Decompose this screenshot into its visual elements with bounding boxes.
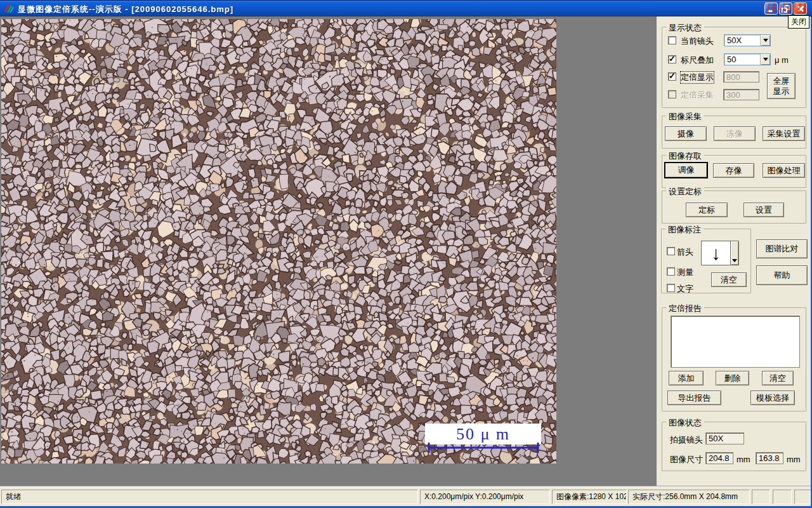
fixed-display-checkbox[interactable] <box>668 72 676 81</box>
status-actual-size: 实际尺寸:256.0mm X 204.8mm <box>628 490 750 504</box>
image-width-value: 204.8 <box>705 452 733 464</box>
group-image-storage: 图像存取 调像 存像 图像处理 <box>662 155 806 188</box>
group-annotation: 图像标注 箭头 ↓ 测量 清空 文字 <box>661 229 751 293</box>
scale-overlay-checkbox[interactable] <box>668 55 676 64</box>
fixed-capture-label: 定倍采集 <box>681 90 714 101</box>
capture-button[interactable]: 摄像 <box>665 126 707 141</box>
group-report: 定倍报告 添加 删除 清空 导出报告 模板选择 <box>662 307 806 411</box>
fullscreen-button[interactable]: 全屏 显示 <box>767 73 796 99</box>
group-display-status-title: 显示状态 <box>666 22 704 34</box>
scale-unit-label: μ m <box>775 55 789 65</box>
status-pixel-scale: X:0.200μm/pix Y:0.200μm/pix <box>420 490 550 504</box>
text-annotation-checkbox[interactable] <box>667 284 675 292</box>
group-image-storage-title: 图像存取 <box>666 150 704 162</box>
group-calibration: 设置定标 定标 设置 <box>662 190 806 224</box>
dropdown-button[interactable] <box>731 241 739 265</box>
freeze-button[interactable]: 冻像 <box>714 126 756 141</box>
image-height-unit: mm <box>787 455 801 464</box>
annotation-arrow-icon: ↓ <box>701 241 731 265</box>
group-image-capture: 图像采集 摄像 冻像 采集设置 <box>662 116 806 149</box>
save-image-button[interactable]: 存像 <box>713 163 754 178</box>
capture-settings-button[interactable]: 采集设置 <box>763 126 805 141</box>
image-size-label: 图像尺寸 <box>670 454 703 465</box>
group-calibration-title: 设置定标 <box>666 186 704 197</box>
group-annotation-title: 图像标注 <box>665 224 704 236</box>
scalebar-label-box: 50 μ m <box>425 424 541 444</box>
text-annotation-label: 文字 <box>677 283 693 295</box>
report-add-button[interactable]: 添加 <box>669 371 704 385</box>
current-lens-combobox[interactable]: 50X <box>724 34 771 46</box>
settings-button[interactable]: 设置 <box>743 203 784 217</box>
group-image-status-title: 图像状态 <box>666 417 704 429</box>
shooting-lens-value: 50X <box>705 432 744 444</box>
dropdown-arrow-icon <box>732 259 737 262</box>
image-height-value: 163.8 <box>756 452 783 464</box>
control-panel: 显示状态 当前镜头 50X 标尺叠加 50 μ m 定倍显示 800 定倍采集 … <box>657 17 812 486</box>
micrograph-image[interactable] <box>1 19 556 464</box>
status-empty-3 <box>794 490 811 504</box>
measure-annotation-checkbox[interactable] <box>667 267 675 276</box>
minimize-button[interactable] <box>764 3 778 15</box>
group-report-title: 定倍报告 <box>666 303 704 314</box>
fixed-capture-checkbox[interactable] <box>668 90 676 98</box>
close-button[interactable] <box>794 3 807 15</box>
report-delete-button[interactable]: 删除 <box>716 371 749 385</box>
fixed-display-input[interactable]: 800 <box>723 71 759 83</box>
atlas-compare-button[interactable]: 图谱比对 <box>756 239 808 258</box>
calibrate-button[interactable]: 定标 <box>686 203 728 217</box>
dropdown-arrow-icon <box>763 58 768 61</box>
close-icon <box>794 3 806 14</box>
group-image-capture-title: 图像采集 <box>666 111 704 123</box>
report-listbox[interactable] <box>671 316 800 368</box>
fixed-capture-input[interactable]: 300 <box>723 89 759 100</box>
status-bar: 就绪 X:0.200μm/pix Y:0.200μm/pix 图像像素:1280… <box>0 486 812 506</box>
help-button[interactable]: 帮助 <box>756 265 808 285</box>
image-width-unit: mm <box>737 455 750 464</box>
shooting-lens-label: 拍摄镜头 <box>670 434 703 446</box>
close-tooltip: 关闭 <box>788 15 809 29</box>
scalebar-line <box>427 443 540 453</box>
current-lens-label: 当前镜头 <box>681 36 714 47</box>
dropdown-button[interactable] <box>760 54 770 65</box>
window-title: 显微图像定倍系统--演示版 - [20090602055646.bmp] <box>18 4 233 15</box>
image-process-button[interactable]: 图像处理 <box>763 163 805 178</box>
status-empty-2 <box>773 490 792 504</box>
minimize-icon <box>768 10 773 12</box>
current-lens-checkbox[interactable] <box>668 36 676 44</box>
title-bar: 显微图像定倍系统--演示版 - [20090602055646.bmp] <box>0 0 812 17</box>
scale-overlay-label: 标尺叠加 <box>681 55 714 66</box>
export-report-button[interactable]: 导出报告 <box>667 391 721 405</box>
group-display-status: 显示状态 当前镜头 50X 标尺叠加 50 μ m 定倍显示 800 定倍采集 … <box>662 27 806 108</box>
arrow-annotation-label: 箭头 <box>677 246 693 258</box>
load-image-button[interactable]: 调像 <box>664 162 708 178</box>
status-image-pixels: 图像像素:1280 X 1024 <box>552 490 627 504</box>
arrow-annotation-checkbox[interactable] <box>667 247 675 255</box>
fixed-display-label: 定倍显示 <box>681 72 714 83</box>
status-ready: 就绪 <box>1 490 418 504</box>
app-icon <box>4 4 14 14</box>
scalebar-text: 50 μ m <box>456 425 510 444</box>
group-image-status: 图像状态 拍摄镜头 50X 图像尺寸 204.8 mm 163.8 mm <box>662 422 806 471</box>
restore-button[interactable] <box>779 3 792 15</box>
dropdown-arrow-icon <box>763 39 768 42</box>
clear-annotation-button[interactable]: 清空 <box>711 272 747 287</box>
application-window: 显微图像定倍系统--演示版 - [20090602055646.bmp] 关闭 … <box>0 0 812 508</box>
report-clear-button[interactable]: 清空 <box>762 371 794 385</box>
template-select-button[interactable]: 模板选择 <box>750 391 795 405</box>
status-empty-1 <box>752 490 770 504</box>
arrow-style-combobox[interactable]: ↓ <box>701 241 739 265</box>
image-viewport[interactable]: 50 μ m <box>0 17 657 486</box>
dropdown-button[interactable] <box>760 35 770 46</box>
measure-annotation-label: 测量 <box>677 267 693 278</box>
scale-overlay-combobox[interactable]: 50 <box>724 53 771 65</box>
